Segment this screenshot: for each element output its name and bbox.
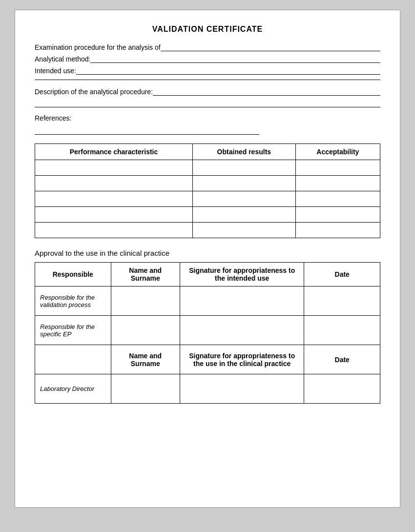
exam-label: Examination procedure for the analysis o… [35, 43, 161, 51]
performance-table: Performance characteristic Obtained resu… [35, 143, 380, 238]
desc-field-row: Description of the analytical procedure: [35, 87, 380, 96]
table-row [35, 223, 380, 238]
analytical-field-row: Analytical method: [35, 54, 380, 63]
perf-col-acceptability: Acceptability [295, 144, 380, 160]
intended-label: Intended use: [35, 67, 76, 75]
table-row [35, 176, 380, 191]
second-name-header: Name and Surname [111, 345, 180, 374]
perf-col-results: Obtained results [193, 144, 296, 160]
second-signature-header: Signature for appropriateness to the use… [180, 345, 304, 374]
references-section: References: [35, 114, 380, 135]
approval-col-responsible: Responsible [35, 263, 111, 286]
page: VALIDATION CERTIFICATE Examination proce… [15, 10, 400, 508]
approval-second-header-row: Name and Surname Signature for appropria… [35, 345, 380, 374]
references-underline [35, 126, 259, 135]
desc-label: Description of the analytical procedure: [35, 88, 153, 96]
intended-field-row: Intended use: [35, 66, 380, 75]
description-section: Description of the analytical procedure: [35, 87, 380, 107]
laboratory-director: Laboratory Director [35, 374, 111, 404]
approval-col-signature: Signature for appropriateness to the int… [180, 263, 304, 286]
approval-col-name: Name and Surname [111, 263, 180, 286]
responsible-validation: Responsible for the validation process [35, 286, 111, 316]
exam-field-row: Examination procedure for the analysis o… [35, 42, 380, 51]
approval-col-date: Date [304, 263, 380, 286]
responsible-ep: Responsible for the specific EP [35, 316, 111, 345]
page-title: VALIDATION CERTIFICATE [35, 25, 380, 34]
desc-underline [153, 87, 380, 96]
desc-full-underline [35, 99, 380, 107]
exam-underline [161, 42, 380, 51]
table-row: Laboratory Director [35, 374, 380, 404]
perf-col-characteristic: Performance characteristic [35, 144, 193, 160]
table-row [35, 160, 380, 176]
analytical-label: Analytical method: [35, 55, 90, 63]
table-row [35, 191, 380, 207]
intended-underline [76, 66, 380, 75]
approval-title: Approval to the use in the clinical prac… [35, 249, 380, 257]
references-label: References: [35, 114, 380, 122]
analytical-underline [90, 54, 380, 63]
separator-1 [35, 80, 380, 80]
perf-header-row: Performance characteristic Obtained resu… [35, 144, 380, 160]
approval-header-row: Responsible Name and Surname Signature f… [35, 263, 380, 286]
table-row: Responsible for the validation process [35, 286, 380, 316]
approval-table: Responsible Name and Surname Signature f… [35, 262, 380, 404]
table-row [35, 207, 380, 223]
second-date-header: Date [304, 345, 380, 374]
table-row: Responsible for the specific EP [35, 316, 380, 345]
